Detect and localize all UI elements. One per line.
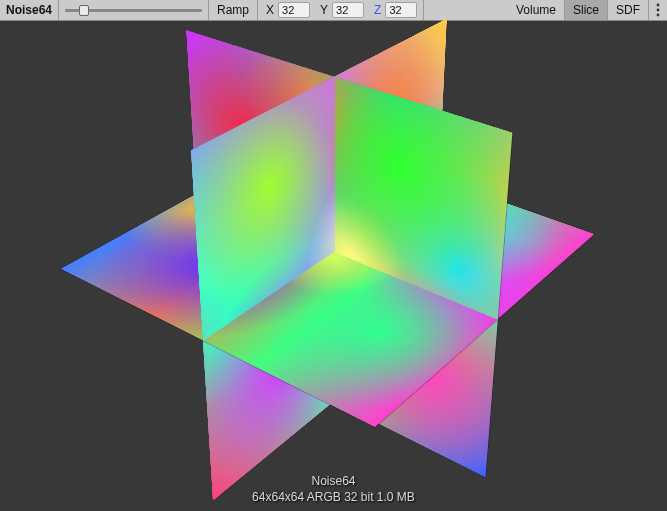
more-options-icon[interactable]	[649, 0, 667, 20]
z-label: Z	[366, 3, 385, 17]
ramp-button[interactable]: Ramp	[209, 0, 258, 20]
preview-viewport[interactable]	[0, 21, 667, 511]
svg-point-0	[657, 4, 660, 7]
footer-info: Noise64 64x64x64 ARGB 32 bit 1.0 MB	[0, 473, 667, 505]
slice-button[interactable]: Slice	[565, 0, 608, 20]
toolbar-spacer	[424, 0, 508, 20]
y-label: Y	[312, 3, 332, 17]
slider-thumb[interactable]	[79, 5, 89, 16]
svg-point-1	[657, 9, 660, 12]
x-label: X	[258, 3, 278, 17]
volume-button[interactable]: Volume	[508, 0, 565, 20]
volume-slice-preview	[186, 30, 512, 477]
toolbar: Noise64 Ramp X 32 Y 32 Z 32 Volume Slice…	[0, 0, 667, 21]
svg-point-2	[657, 14, 660, 17]
footer-asset-info: 64x64x64 ARGB 32 bit 1.0 MB	[0, 489, 667, 505]
slice-coords: X 32 Y 32 Z 32	[258, 0, 424, 20]
asset-name-label: Noise64	[0, 0, 59, 20]
slider-track	[65, 9, 202, 12]
footer-asset-name: Noise64	[0, 473, 667, 489]
z-input[interactable]: 32	[385, 2, 417, 18]
x-input[interactable]: 32	[278, 2, 310, 18]
y-input[interactable]: 32	[332, 2, 364, 18]
sdf-button[interactable]: SDF	[608, 0, 649, 20]
mip-slider[interactable]	[59, 0, 209, 20]
